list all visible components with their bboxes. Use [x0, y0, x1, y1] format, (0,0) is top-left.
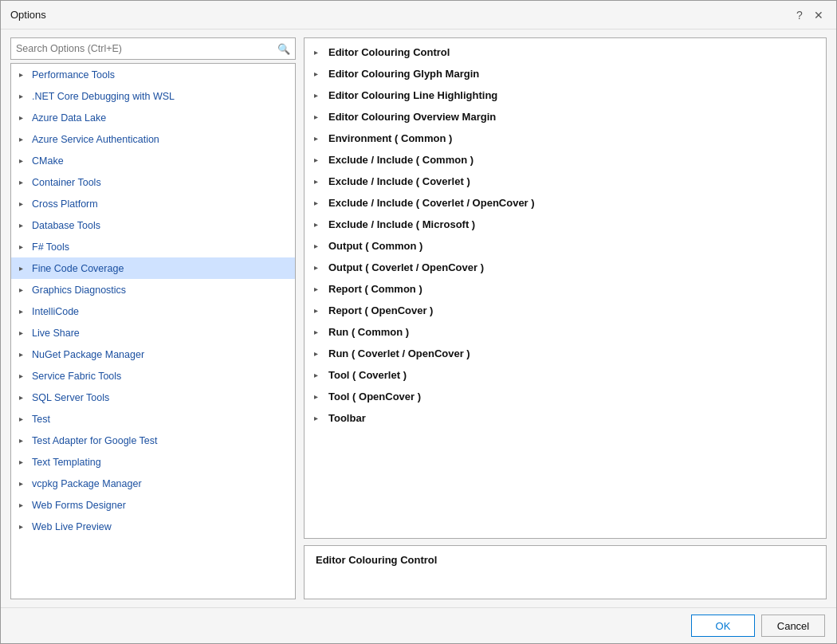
chevron-icon: ▸: [19, 501, 27, 509]
option-item-run-common[interactable]: ▸Run ( Common ): [305, 321, 826, 343]
sidebar-item-net-core-debugging[interactable]: ▸.NET Core Debugging with WSL: [11, 85, 295, 107]
option-label: Exclude / Include ( Coverlet / OpenCover…: [328, 197, 535, 209]
option-item-exclude-include-coverlet-opencover[interactable]: ▸Exclude / Include ( Coverlet / OpenCove…: [305, 192, 826, 214]
option-chevron-icon: ▸: [314, 112, 322, 121]
sidebar-item-cross-platform[interactable]: ▸Cross Platform: [11, 193, 295, 214]
option-label: Output ( Common ): [328, 240, 422, 252]
sidebar-item-sql-server-tools[interactable]: ▸SQL Server Tools: [11, 387, 295, 408]
option-item-output-coverlet-opencover[interactable]: ▸Output ( Coverlet / OpenCover ): [305, 257, 826, 278]
option-item-toolbar[interactable]: ▸Toolbar: [305, 407, 826, 429]
sidebar-item-label: Graphics Diagnostics: [32, 285, 126, 296]
sidebar-item-label: SQL Server Tools: [32, 392, 109, 403]
chevron-icon: ▸: [19, 221, 27, 230]
chevron-icon: ▸: [19, 522, 27, 531]
option-chevron-icon: ▸: [314, 91, 322, 100]
sidebar-item-web-forms-designer[interactable]: ▸Web Forms Designer: [11, 494, 295, 516]
option-chevron-icon: ▸: [314, 48, 322, 57]
sidebar-item-label: CMake: [32, 155, 64, 167]
chevron-icon: ▸: [19, 307, 27, 316]
chevron-icon: ▸: [19, 371, 27, 380]
sidebar-item-performance-tools[interactable]: ▸Performance Tools: [11, 64, 295, 85]
description-box: Editor Colouring Control: [304, 545, 827, 599]
sidebar-item-container-tools[interactable]: ▸Container Tools: [11, 171, 295, 193]
option-chevron-icon: ▸: [314, 69, 322, 78]
close-button[interactable]: ✕: [811, 7, 827, 23]
option-item-exclude-include-microsoft[interactable]: ▸Exclude / Include ( Microsoft ): [305, 214, 826, 235]
option-item-output-common[interactable]: ▸Output ( Common ): [305, 235, 826, 257]
sidebar-item-label: Web Forms Designer: [32, 500, 126, 511]
ok-button[interactable]: OK: [691, 615, 755, 637]
sidebar-item-intellicode[interactable]: ▸IntelliCode: [11, 300, 295, 322]
sidebar-item-test-adapter-google[interactable]: ▸Test Adapter for Google Test: [11, 430, 295, 451]
sidebar-item-cmake[interactable]: ▸CMake: [11, 150, 295, 171]
option-chevron-icon: ▸: [314, 198, 322, 207]
footer: OK Cancel: [1, 607, 836, 643]
title-bar: Options ? ✕: [1, 1, 836, 29]
option-item-report-common[interactable]: ▸Report ( Common ): [305, 278, 826, 300]
sidebar-item-graphics-diagnostics[interactable]: ▸Graphics Diagnostics: [11, 279, 295, 300]
sidebar-item-text-templating[interactable]: ▸Text Templating: [11, 451, 295, 473]
option-item-run-coverlet-opencover[interactable]: ▸Run ( Coverlet / OpenCover ): [305, 343, 826, 364]
chevron-icon: ▸: [19, 393, 27, 402]
option-item-ec-overview[interactable]: ▸Editor Colouring Overview Margin: [305, 106, 826, 128]
sidebar-item-test[interactable]: ▸Test: [11, 408, 295, 430]
options-list: ▸Editor Colouring Control▸Editor Colouri…: [304, 37, 827, 539]
option-item-exclude-include-common[interactable]: ▸Exclude / Include ( Common ): [305, 149, 826, 171]
search-input[interactable]: [16, 43, 277, 54]
sidebar-item-fine-code-coverage[interactable]: ▸Fine Code Coverage: [11, 257, 295, 279]
option-chevron-icon: ▸: [314, 392, 322, 401]
option-chevron-icon: ▸: [314, 414, 322, 422]
help-button[interactable]: ?: [792, 7, 808, 23]
chevron-icon: ▸: [19, 199, 27, 208]
sidebar-item-service-fabric-tools[interactable]: ▸Service Fabric Tools: [11, 365, 295, 387]
option-chevron-icon: ▸: [314, 177, 322, 186]
sidebar-item-label: Performance Tools: [32, 69, 115, 80]
sidebar-item-azure-service-auth[interactable]: ▸Azure Service Authentication: [11, 128, 295, 150]
option-chevron-icon: ▸: [314, 306, 322, 315]
sidebar-item-vcpkg-package-manager[interactable]: ▸vcpkg Package Manager: [11, 473, 295, 494]
sidebar-item-database-tools[interactable]: ▸Database Tools: [11, 214, 295, 236]
option-chevron-icon: ▸: [314, 134, 322, 143]
option-item-tool-opencover[interactable]: ▸Tool ( OpenCover ): [305, 386, 826, 407]
option-item-environment-common[interactable]: ▸Environment ( Common ): [305, 128, 826, 149]
chevron-icon: ▸: [19, 350, 27, 359]
sidebar-item-web-live-preview[interactable]: ▸Web Live Preview: [11, 516, 295, 537]
option-item-ec-glyph[interactable]: ▸Editor Colouring Glyph Margin: [305, 63, 826, 84]
option-item-ec-control[interactable]: ▸Editor Colouring Control: [305, 41, 826, 63]
sidebar-item-nuget-package-manager[interactable]: ▸NuGet Package Manager: [11, 344, 295, 365]
right-panel: ▸Editor Colouring Control▸Editor Colouri…: [304, 37, 827, 599]
chevron-icon: ▸: [19, 113, 27, 122]
chevron-icon: ▸: [19, 178, 27, 187]
sidebar-item-label: Database Tools: [32, 220, 100, 231]
option-chevron-icon: ▸: [314, 263, 322, 272]
title-bar-left: Options: [10, 9, 46, 21]
option-item-report-opencover[interactable]: ▸Report ( OpenCover ): [305, 300, 826, 321]
description-text: Editor Colouring Control: [316, 554, 437, 566]
option-item-ec-line[interactable]: ▸Editor Colouring Line Highlighting: [305, 84, 826, 106]
search-box[interactable]: 🔍: [10, 37, 296, 60]
option-chevron-icon: ▸: [314, 285, 322, 293]
option-item-exclude-include-coverlet[interactable]: ▸Exclude / Include ( Coverlet ): [305, 171, 826, 192]
sidebar-item-label: Live Share: [32, 328, 80, 339]
sidebar-item-label: Container Tools: [32, 177, 101, 188]
dialog-title: Options: [10, 9, 46, 21]
options-dialog: Options ? ✕ 🔍 ▸Performance Tools▸.NET Co…: [0, 0, 837, 644]
sidebar-item-label: vcpkg Package Manager: [32, 478, 142, 489]
cancel-button[interactable]: Cancel: [761, 615, 825, 637]
sidebar-item-label: Web Live Preview: [32, 521, 112, 532]
sidebar-item-label: IntelliCode: [32, 306, 79, 317]
option-label: Run ( Common ): [328, 326, 409, 338]
sidebar-item-azure-data-lake[interactable]: ▸Azure Data Lake: [11, 107, 295, 128]
sidebar-item-fsharp-tools[interactable]: ▸F# Tools: [11, 236, 295, 257]
chevron-icon: ▸: [19, 242, 27, 251]
chevron-icon: ▸: [19, 156, 27, 165]
option-chevron-icon: ▸: [314, 155, 322, 164]
sidebar-item-label: .NET Core Debugging with WSL: [32, 91, 175, 102]
option-item-tool-coverlet[interactable]: ▸Tool ( Coverlet ): [305, 364, 826, 386]
sidebar-item-live-share[interactable]: ▸Live Share: [11, 322, 295, 344]
option-label: Tool ( Coverlet ): [328, 369, 407, 381]
option-label: Editor Colouring Line Highlighting: [328, 89, 497, 101]
option-label: Editor Colouring Control: [328, 46, 450, 58]
sidebar-item-label: Text Templating: [32, 457, 101, 468]
left-panel: 🔍 ▸Performance Tools▸.NET Core Debugging…: [10, 37, 296, 599]
